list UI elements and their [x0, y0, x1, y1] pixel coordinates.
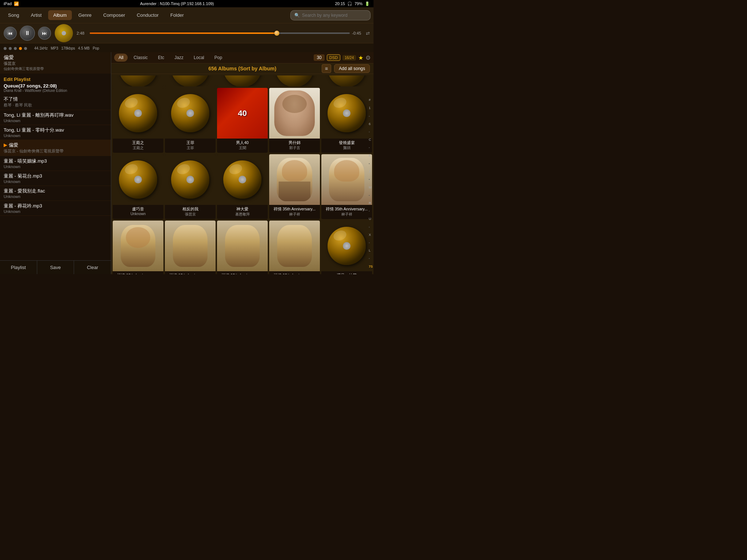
album-card[interactable]: 神大愛 基恩敬拜 — [217, 154, 268, 219]
scroll-index-item[interactable]: U — [369, 217, 373, 221]
album-card[interactable]: 相反的我 張芸京 — [165, 154, 216, 219]
album-card[interactable]: 祥情 35th Anniversary... 林子祥 — [113, 221, 163, 274]
album-card[interactable]: 祥情 35th Anniversary... 林子祥 — [165, 221, 216, 274]
album-card[interactable]: 40 男人40 王聞 — [217, 88, 268, 153]
search-box[interactable]: 🔍 — [290, 10, 371, 20]
album-card[interactable]: 王菀之 王菀之 — [113, 88, 163, 153]
filter-classic[interactable]: Classic — [129, 54, 152, 62]
scroll-index-item[interactable]: L — [369, 249, 373, 252]
progress-fill — [90, 32, 277, 34]
scroll-index-dot: • — [369, 178, 373, 181]
list-item[interactable]: 童麗 - 菊花台.mp3 Unknown — [0, 171, 111, 186]
list-item[interactable]: 童麗 - 葬花吟.mp3 Unknown — [0, 201, 111, 216]
left-top: 偏愛 張芸京 仙劍奇俠傳三電視原聲帶 — [0, 52, 111, 74]
album-card[interactable] — [269, 75, 320, 86]
album-card[interactable]: 禪是一枝花 龔玥 — [321, 221, 372, 274]
dot-1 — [4, 47, 7, 50]
list-item[interactable]: 童麗 - 愛我别走.flac Unknown — [0, 186, 111, 201]
cd-disc — [171, 94, 209, 132]
scroll-index-item[interactable]: C — [369, 138, 373, 141]
clear-button[interactable]: Clear — [74, 261, 111, 274]
album-card[interactable]: 王菲 王菲 — [165, 88, 216, 153]
battery-icon: 🔋 — [365, 1, 370, 6]
album-card[interactable]: 祥情 35th Anniversary... 林子祥 — [321, 154, 372, 219]
progress-bar[interactable] — [90, 32, 350, 34]
scroll-index-item[interactable]: 1 — [369, 106, 373, 110]
headphone-icon: 🎧 — [347, 1, 352, 6]
add-all-songs-button[interactable]: Add all songs — [334, 64, 370, 73]
scroll-index-item[interactable]: F — [369, 154, 373, 158]
pause-button[interactable]: ⏸ — [20, 26, 35, 41]
server-info: Aurender : N100-Timq (IP:192.168.1.109) — [140, 1, 214, 6]
album-card[interactable] — [113, 75, 163, 86]
tab-artist[interactable]: Artist — [26, 10, 47, 20]
tab-conductor[interactable]: Conductor — [132, 10, 164, 20]
tab-song[interactable]: Song — [3, 10, 24, 20]
scroll-index-dot: • — [369, 194, 373, 197]
tab-composer[interactable]: Composer — [98, 10, 130, 20]
album-art — [165, 88, 216, 139]
list-view-button[interactable]: ≡ — [322, 64, 331, 73]
current-playing-info: Diana Krall - Wallflower (Deluxe Edition — [4, 89, 107, 93]
album-art — [217, 154, 268, 205]
scroll-index-item[interactable]: X — [369, 233, 373, 237]
cd-disc — [119, 75, 157, 86]
item-title: 童麗 - 嘻笑姻缘.mp3 — [4, 158, 107, 164]
prev-button[interactable]: ⏮ — [4, 27, 17, 40]
gear-icon[interactable]: ⚙ — [365, 54, 371, 61]
scroll-index-item[interactable]: R — [369, 201, 373, 205]
list-item[interactable]: Tong, Li 童麗 - 零時十分.wav Unknown — [0, 125, 111, 140]
item-title: 童麗 - 菊花台.mp3 — [4, 173, 107, 179]
cd-disc — [171, 160, 209, 198]
filter-jazz[interactable]: Jazz — [170, 54, 188, 62]
list-item[interactable]: ▶偏愛 張芸京 - 仙劍奇俠傳三電視原聲帶 — [0, 140, 111, 156]
album-card[interactable]: 祥情 35th Anniversary... 林子祥 — [217, 221, 268, 274]
scroll-index-item[interactable]: J — [369, 170, 373, 173]
tab-folder[interactable]: Folder — [165, 10, 189, 20]
album-info: 王菲 王菲 — [165, 139, 216, 153]
scroll-index-dot: • — [369, 162, 373, 165]
list-item[interactable]: Tong, Li 童麗 - 離別再再叮嚀.wav Unknown — [0, 110, 111, 125]
album-card[interactable]: 發燒盛宴 龔玥 — [321, 88, 372, 153]
list-item[interactable]: 童麗 - 嘻笑姻缘.mp3 Unknown — [0, 156, 111, 171]
album-artist: 王菀之 — [114, 145, 162, 151]
filter-etc[interactable]: Etc — [154, 54, 169, 62]
albums-row: 王菀之 王菀之 王菲 王菲 40 — [113, 88, 372, 153]
tab-album[interactable]: Album — [48, 10, 72, 20]
scroll-index-item[interactable]: M — [369, 186, 373, 189]
next-button[interactable]: ⏭ — [38, 27, 51, 40]
album-card[interactable] — [217, 75, 268, 86]
item-artist: 蔡琴 · 蔡琴 民歌 — [4, 102, 107, 108]
album-artist: 王菲 — [166, 145, 214, 151]
album-art — [217, 75, 268, 86]
scroll-index-item[interactable]: # — [369, 98, 373, 102]
edit-playlist-button[interactable]: Edit Playlist — [4, 77, 31, 82]
album-card[interactable] — [321, 75, 372, 86]
album-thumb-center — [62, 31, 66, 35]
album-card[interactable]: 祥情 35th Anniversary... 林子祥 — [269, 154, 320, 219]
album-info: 祥情 35th Anniversary... 林子祥 — [217, 271, 268, 274]
album-card[interactable]: 盧巧音 Unknown — [113, 154, 163, 219]
progress-thumb — [274, 31, 279, 36]
list-item[interactable]: 不了情 蔡琴 · 蔡琴 民歌 — [0, 94, 111, 110]
filter-local[interactable]: Local — [189, 54, 209, 62]
album-info: 相反的我 張芸京 — [165, 205, 216, 219]
album-card[interactable]: 祥情 35th Anniversary... 林子祥 — [269, 221, 320, 274]
save-button[interactable]: Save — [37, 261, 74, 274]
star-icon[interactable]: ★ — [358, 54, 363, 61]
search-input[interactable] — [302, 13, 367, 18]
album-card[interactable]: 男什錦 郭子言 — [269, 88, 320, 153]
shuffle-icon[interactable]: ⇄ — [366, 31, 370, 36]
album-info: 盧巧音 Unknown — [113, 205, 163, 218]
album-name: 祥情 35th Anniversary... — [323, 206, 371, 212]
album-info: 祥情 35th Anniversary... 林子祥 — [269, 205, 320, 219]
filter-all[interactable]: All — [114, 54, 128, 62]
scroll-index-item[interactable]: 6 — [369, 122, 373, 126]
tab-genre[interactable]: Genre — [73, 10, 97, 20]
item-artist: Unknown — [4, 118, 107, 123]
playlist-button[interactable]: Playlist — [0, 261, 37, 274]
player-controls: ⏮ ⏸ ⏭ — [4, 26, 51, 41]
album-card[interactable] — [165, 75, 216, 86]
album-name: 男人40 — [218, 140, 266, 145]
filter-pop[interactable]: Pop — [210, 54, 227, 62]
